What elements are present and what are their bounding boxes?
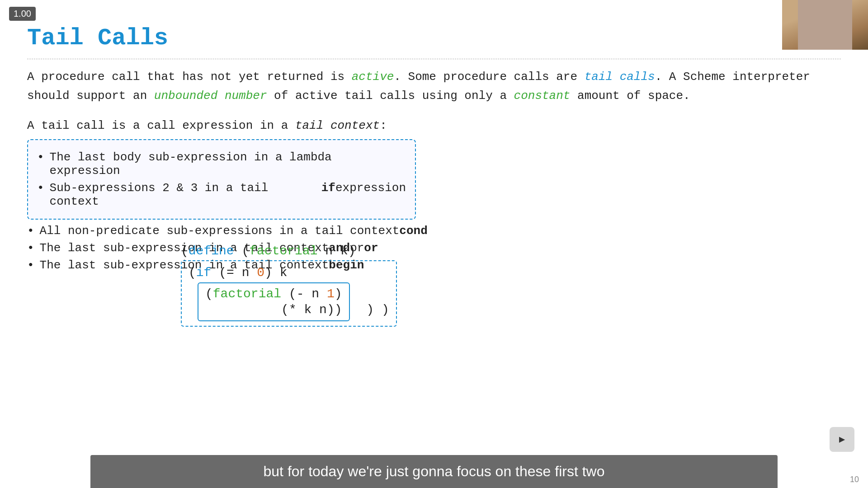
active-word: active: [352, 70, 394, 84]
if-line: (if (= n 0) k: [189, 266, 389, 280]
regular-bullets: • All non-predicate sub-expressions in a…: [27, 224, 836, 272]
bullet-item-1: • The last body sub-expression in a lamb…: [37, 150, 406, 178]
intro-part1: A procedure call that has not yet return…: [27, 70, 352, 84]
tail-context-line: A tail call is a call expression in a ta…: [27, 119, 836, 132]
highlighted-box: • The last body sub-expression in a lamb…: [27, 139, 416, 220]
tail-context-italic: tail context: [295, 119, 380, 132]
bullet-item-2: • Sub-expressions 2 & 3 in a tail contex…: [37, 181, 406, 208]
bullet-item-4: • The last sub-expression in a tail cont…: [27, 241, 836, 255]
webcam-overlay: [782, 0, 868, 50]
if-keyword: if: [196, 266, 212, 280]
outer-code-box: (if (= n 0) k (factorial (- n 1) (* k n)…: [181, 260, 397, 327]
page-number: 10: [850, 475, 859, 484]
inner-code-box: (factorial (- n 1) (* k n)): [198, 282, 350, 321]
closing-parens: ) ): [366, 303, 389, 317]
slide-title: Tail Calls: [27, 25, 168, 52]
bullet-if-keyword: if: [321, 181, 335, 195]
bullet-dot-2: •: [37, 181, 44, 195]
define-keyword: define: [189, 244, 234, 258]
intro-part4: of active tail calls using only a: [267, 89, 514, 103]
divider: [27, 59, 841, 59]
one-literal: 1: [327, 287, 335, 301]
multiply-line: (* k n)): [205, 303, 342, 317]
code-define-line: (define (factorial n k): [181, 244, 397, 258]
webcam-person: [782, 0, 868, 50]
factorial-call-name: factorial: [213, 287, 281, 301]
tail-calls-word: tail calls: [585, 70, 655, 84]
intro-part2: . Some procedure calls are: [394, 70, 584, 84]
factorial-fn-name: factorial: [249, 244, 317, 258]
bullet-item-5: • The last sub-expression in a tail cont…: [27, 258, 836, 272]
constant-word: constant: [514, 89, 571, 103]
intro-part5: amount of space.: [570, 89, 690, 103]
bullet-dot-3: •: [27, 224, 34, 238]
content-area: A procedure call that has not yet return…: [27, 68, 836, 276]
code-block: (define (factorial n k) (if (= n 0) k (f…: [181, 244, 397, 327]
version-badge: 1.00: [9, 7, 36, 21]
unbounded-word: unbounded number: [154, 89, 267, 103]
bullet-item-3: • All non-predicate sub-expressions in a…: [27, 224, 836, 238]
bullet-dot-4: •: [27, 241, 34, 255]
bullet-dot-5: •: [27, 258, 34, 272]
zero-literal: 0: [257, 266, 264, 280]
intro-paragraph: A procedure call that has not yet return…: [27, 68, 836, 105]
svg-rect-2: [798, 0, 852, 50]
person-silhouette: [798, 0, 852, 50]
bullet-text-3: All non-predicate sub-expressions in a t…: [40, 224, 400, 238]
bullet-text-2-suf: expression: [335, 181, 406, 195]
bullet-text-1: The last body sub-expression in a lambda…: [50, 150, 406, 178]
cond-keyword: cond: [399, 224, 427, 238]
bullet-text-2-pre: Sub-expressions 2 & 3 in a tail context: [50, 181, 321, 208]
subtitle-bar: but for today we're just gonna focus on …: [90, 455, 778, 488]
play-button[interactable]: [830, 427, 854, 452]
factorial-inner-line: (factorial (- n 1): [205, 287, 342, 301]
bullet-dot-1: •: [37, 150, 44, 164]
